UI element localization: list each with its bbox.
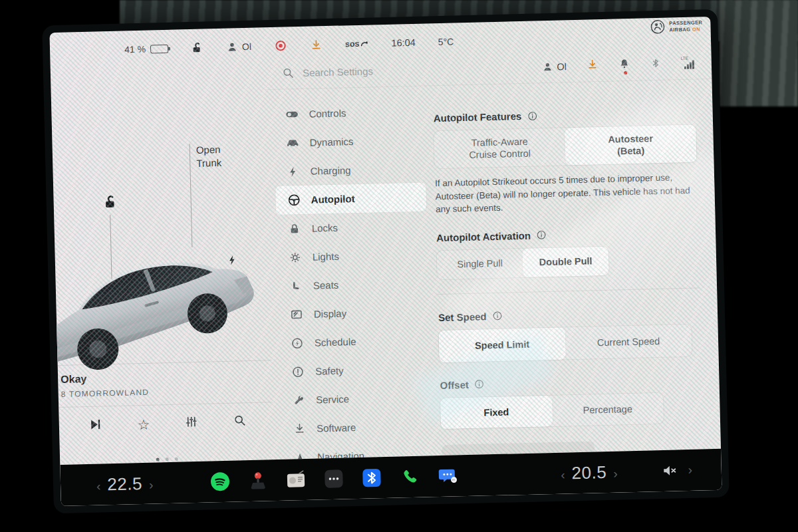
info-icon[interactable] [474, 379, 485, 390]
volume-muted-icon [661, 462, 678, 479]
driver-profile[interactable]: Ol [226, 41, 251, 53]
media-search-button[interactable] [233, 414, 247, 430]
temp-right-increase[interactable]: › [613, 466, 618, 481]
steering-wheel-icon [286, 193, 301, 207]
media-player: Okay 8 TOMORROWLAND ☆ [58, 360, 275, 465]
sos-indicator: sos [345, 39, 369, 49]
open-trunk-label: Open Trunk [196, 144, 222, 168]
arcade-joystick-app-icon[interactable] [248, 470, 269, 491]
sos-label: sos [345, 39, 360, 49]
next-track-button[interactable] [88, 417, 103, 434]
tesla-ui: 41 % Ol sos 16:04 5°C PASSENGER AIRBAG O… [49, 17, 722, 506]
sidebar-item-display[interactable]: Display [278, 297, 429, 329]
bluetooth-app-icon[interactable] [362, 467, 382, 488]
option-double-pull[interactable]: Double Pull [523, 247, 609, 277]
driver-profile-name: Ol [242, 41, 251, 52]
sidebar-item-software[interactable]: Software [281, 411, 432, 444]
search-icon [282, 66, 295, 79]
set-speed-segment: Speed Limit Current Speed [439, 324, 692, 362]
volume-control[interactable]: › [661, 462, 692, 479]
software-download-icon [292, 422, 307, 436]
bluetooth-icon[interactable] [650, 57, 662, 71]
info-icon[interactable] [536, 229, 547, 240]
search-placeholder: Search Settings [303, 65, 373, 78]
notifications-bell-icon[interactable] [618, 57, 631, 72]
activation-title: Autopilot Activation [436, 229, 531, 243]
radio-tuner-app-icon[interactable] [286, 469, 307, 490]
temp-left-value: 22.5 [107, 473, 142, 495]
phone-app-icon[interactable] [400, 467, 420, 487]
alert-circle-icon [291, 365, 305, 379]
bolt-icon [285, 166, 300, 178]
outside-temperature: 5°C [438, 36, 454, 47]
sos-arrow-icon [360, 40, 368, 48]
clock: 16:04 [391, 37, 416, 49]
more-apps-icon[interactable] [324, 469, 344, 489]
temp-left-increase[interactable]: › [149, 477, 154, 492]
tesla-touchscreen: 41 % Ol sos 16:04 5°C PASSENGER AIRBAG O… [42, 9, 730, 514]
lock-status-icon[interactable] [191, 41, 203, 54]
sliders-button[interactable] [185, 415, 199, 431]
battery-icon [150, 44, 168, 53]
info-icon[interactable] [527, 110, 537, 121]
temp-right-decrease[interactable]: ‹ [561, 467, 565, 482]
header-profile-button[interactable]: Ol [541, 61, 567, 72]
temp-right-value: 20.5 [571, 462, 606, 483]
strikeout-note: If an Autopilot Strikeout occurs 5 times… [435, 171, 698, 216]
option-speed-limit[interactable]: Speed Limit [439, 327, 566, 362]
media-track-title: Okay [61, 368, 272, 386]
sidebar-item-safety[interactable]: Safety [279, 354, 430, 386]
car-icon [285, 136, 300, 150]
sidebar-item-seats[interactable]: Seats [277, 268, 428, 301]
dashcam-record-icon[interactable] [274, 39, 287, 53]
sidebar-item-dynamics[interactable]: Dynamics [274, 126, 425, 158]
display-icon [289, 308, 304, 322]
activation-segment: Single Pull Double Pull [437, 247, 609, 279]
header-download-icon[interactable] [587, 59, 599, 73]
favorite-star-button[interactable]: ☆ [137, 417, 150, 431]
option-tacc[interactable]: Traffic-Aware Cruise Control [434, 128, 565, 168]
temp-left-decrease[interactable]: ‹ [96, 479, 101, 493]
sidebar-item-controls[interactable]: Controls [273, 97, 424, 130]
option-percentage[interactable]: Percentage [552, 393, 664, 426]
option-autosteer[interactable]: Autosteer (Beta) [565, 125, 696, 166]
sidebar-item-service[interactable]: Service [281, 382, 432, 415]
sidebar-item-locks[interactable]: Locks [276, 211, 427, 243]
person-icon [541, 61, 553, 72]
spotify-app-icon[interactable] [210, 471, 231, 492]
volume-increase[interactable]: › [688, 463, 692, 477]
cellular-signal-icon: LTE [681, 57, 694, 70]
sidebar-item-autopilot[interactable]: Autopilot [275, 182, 426, 215]
media-track-subtitle: 8 TOMORROWLAND [61, 384, 273, 399]
airbag-state: ON [692, 26, 700, 32]
schedule-clock-icon [290, 336, 305, 350]
airbag-icon [650, 19, 666, 35]
section-divider [438, 287, 700, 295]
garage-wall-backdrop-right [720, 0, 798, 106]
update-download-icon[interactable] [310, 39, 323, 51]
lock-icon [287, 223, 302, 235]
sidebar-item-schedule[interactable]: Schedule [279, 325, 430, 358]
features-title: Autopilot Features [434, 110, 522, 124]
offset-title: Offset [440, 379, 469, 391]
messages-app-icon[interactable] [438, 466, 458, 486]
wrench-icon [291, 394, 306, 406]
cabin-temp-right[interactable]: ‹ 20.5 › [561, 462, 618, 483]
cabin-temp-left[interactable]: ‹ 22.5 › [96, 473, 154, 495]
sidebar-item-lights[interactable]: Lights [277, 239, 428, 272]
info-icon[interactable] [491, 311, 502, 321]
sidebar-item-charging[interactable]: Charging [275, 154, 426, 187]
unlock-vehicle-button[interactable] [102, 195, 118, 213]
airbag-line2: AIRBAG [669, 26, 690, 33]
header-profile-name: Ol [557, 61, 567, 72]
settings-sidebar: Controls Dynamics Charging Autopilot Loc… [273, 97, 433, 460]
option-current-speed[interactable]: Current Speed [565, 324, 692, 359]
option-single-pull[interactable]: Single Pull [437, 249, 523, 279]
battery-status: 41 % [124, 43, 168, 55]
media-page-dots[interactable] [156, 458, 178, 462]
light-icon [288, 251, 303, 265]
passenger-airbag-badge: PASSENGER AIRBAG ON [650, 18, 703, 35]
option-fixed[interactable]: Fixed [440, 396, 553, 429]
seat-icon [289, 280, 303, 293]
autopilot-settings: Autopilot Features Traffic-Aware Cruise … [433, 90, 704, 460]
